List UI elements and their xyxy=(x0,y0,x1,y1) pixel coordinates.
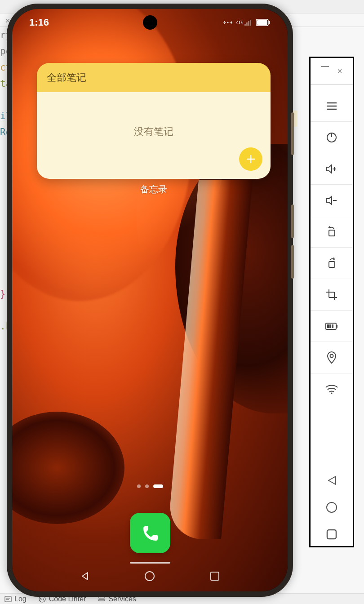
notes-widget-body[interactable]: 没有笔记 xyxy=(37,92,271,179)
emulator-wifi-button[interactable] xyxy=(311,373,353,405)
crop-icon xyxy=(325,289,338,301)
phone-volume-down[interactable] xyxy=(291,245,294,279)
triangle-back-icon xyxy=(326,475,337,486)
notes-widget-header: 全部笔记 xyxy=(37,63,271,92)
status-time: 1:16 xyxy=(29,17,49,28)
svg-rect-13 xyxy=(269,21,270,24)
notes-widget[interactable]: 全部笔记 没有笔记 xyxy=(37,63,271,179)
home-indicator[interactable] xyxy=(130,562,170,564)
svg-rect-26 xyxy=(329,230,335,236)
svg-point-39 xyxy=(327,502,337,512)
svg-rect-12 xyxy=(257,20,267,25)
svg-rect-27 xyxy=(329,262,335,267)
emulator-rotate-right-button[interactable] xyxy=(311,248,353,279)
phone-frame: 1:16 4G xyxy=(7,4,293,597)
nav-recent-icon xyxy=(210,571,220,581)
plus-icon xyxy=(245,154,256,164)
wallpaper-shape xyxy=(12,412,124,524)
nav-back-button[interactable] xyxy=(78,569,92,583)
page-dot xyxy=(137,484,141,488)
svg-rect-7 xyxy=(244,24,246,26)
widget-label: 备忘录 xyxy=(37,183,271,195)
notes-empty-text: 没有笔记 xyxy=(134,125,173,138)
circle-home-icon xyxy=(325,501,338,514)
volume-down-icon xyxy=(325,195,338,206)
svg-rect-35 xyxy=(329,324,331,328)
phone-app-icon[interactable] xyxy=(130,513,170,553)
svg-rect-5 xyxy=(98,600,105,601)
location-icon xyxy=(326,351,337,364)
svg-point-6 xyxy=(227,22,229,23)
nav-recent-button[interactable] xyxy=(208,569,222,583)
svg-rect-17 xyxy=(211,572,219,580)
svg-rect-40 xyxy=(327,530,336,539)
nav-back-icon xyxy=(80,571,90,582)
notes-header-label: 全部笔记 xyxy=(47,71,86,84)
svg-rect-33 xyxy=(337,325,337,328)
emulator-back-button[interactable] xyxy=(324,473,339,488)
close-button[interactable]: × xyxy=(337,66,342,76)
network-type-label: 4G xyxy=(236,20,243,25)
svg-rect-36 xyxy=(332,324,333,328)
volume-up-icon xyxy=(325,164,338,174)
emulator-window-controls: × xyxy=(311,66,353,85)
page-dot-active xyxy=(153,484,163,488)
nav-home-icon xyxy=(144,570,155,582)
log-icon xyxy=(4,595,12,603)
phone-power-button[interactable] xyxy=(291,112,294,155)
svg-point-16 xyxy=(145,572,154,581)
page-dot xyxy=(145,484,149,488)
page-indicator[interactable] xyxy=(137,484,163,488)
svg-rect-0 xyxy=(5,596,11,602)
add-note-button[interactable] xyxy=(239,147,262,171)
battery-icon xyxy=(256,19,271,26)
emulator-power-button[interactable] xyxy=(311,122,353,153)
svg-rect-34 xyxy=(327,324,329,328)
emulator-screenshot-button[interactable] xyxy=(311,279,353,311)
hamburger-icon xyxy=(326,102,337,111)
emulator-recent-button[interactable] xyxy=(324,527,339,542)
log-tab[interactable]: Log xyxy=(4,595,27,603)
dock xyxy=(130,513,170,553)
emulator-location-button[interactable] xyxy=(311,342,353,373)
status-icons: 4G xyxy=(223,19,271,26)
minimize-button[interactable] xyxy=(321,66,329,67)
emulator-menu-button[interactable] xyxy=(311,90,353,122)
emulator-nav-buttons xyxy=(311,473,353,542)
phone-volume-up[interactable] xyxy=(291,204,294,238)
svg-point-37 xyxy=(330,354,333,357)
emulator-battery-button[interactable] xyxy=(311,311,353,342)
svg-rect-8 xyxy=(246,22,248,26)
emulator-rotate-left-button[interactable] xyxy=(311,216,353,248)
signal-icon xyxy=(244,19,253,26)
emulator-volume-down-button[interactable] xyxy=(311,185,353,216)
nav-bar xyxy=(12,564,288,588)
power-icon xyxy=(326,132,337,143)
emulator-home-button[interactable] xyxy=(324,500,339,515)
svg-point-38 xyxy=(331,393,333,394)
data-transfer-icon xyxy=(223,20,232,25)
wifi-icon xyxy=(325,384,338,395)
phone-screen[interactable]: 1:16 4G xyxy=(12,9,288,591)
nav-home-button[interactable] xyxy=(142,569,157,583)
rotate-left-icon xyxy=(325,226,338,238)
camera-notch xyxy=(143,15,157,30)
emulator-volume-up-button[interactable] xyxy=(311,153,353,185)
emulator-toolbar: × xyxy=(309,57,354,547)
log-tab-label: Log xyxy=(14,595,27,603)
square-recent-icon xyxy=(326,528,337,540)
svg-rect-9 xyxy=(248,21,249,26)
svg-rect-10 xyxy=(250,20,251,26)
phone-icon xyxy=(139,522,161,544)
battery-icon xyxy=(325,322,338,330)
rotate-right-icon xyxy=(325,257,338,270)
